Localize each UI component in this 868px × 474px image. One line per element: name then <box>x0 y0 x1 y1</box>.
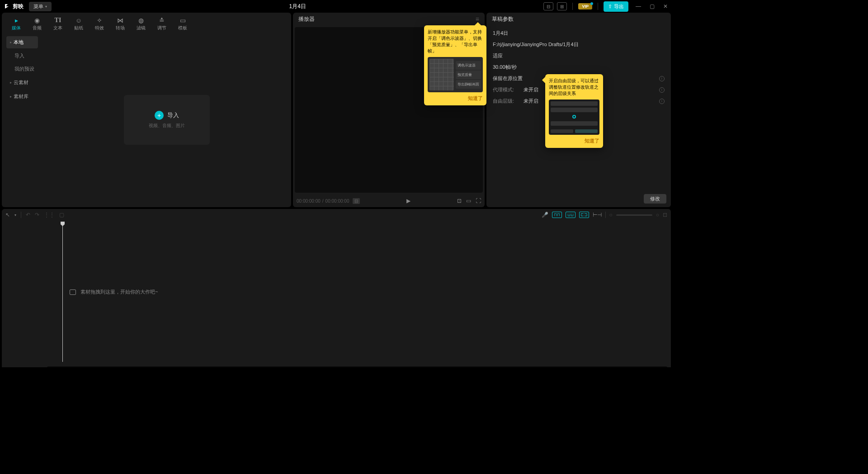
vip-badge[interactable]: VIP <box>578 3 592 9</box>
modify-button[interactable]: 修改 <box>644 194 666 204</box>
preview-menu-item: 导出静帧画面 <box>456 80 481 89</box>
info-icon[interactable]: i <box>659 99 665 104</box>
plus-icon: + <box>155 111 164 120</box>
separator <box>572 3 573 10</box>
magnet-icon-2[interactable]: ⊔⊔ <box>566 212 576 218</box>
split-icon[interactable]: ⋮⋮ <box>44 212 55 218</box>
caret-icon: ▸ <box>10 40 12 44</box>
sidebar-label: 云素材 <box>14 79 28 86</box>
layout-icon-2[interactable]: ⊞ <box>557 2 567 10</box>
sidebar-label: 素材库 <box>14 93 28 100</box>
toolbar-left: ↖ ▾ ↶ ↷ ⋮⋮ ▢ <box>5 212 64 218</box>
minimize-button[interactable]: — <box>635 3 642 10</box>
sidebar-item-import[interactable]: 导入 <box>6 50 38 62</box>
tab-label: 转场 <box>116 25 125 31</box>
main-row: ▸ 媒体 ◉ 音频 TI 文本 ☺ 贴纸 ✧ 特效 ⋈ 转场 <box>0 13 673 207</box>
fullscreen-icon[interactable]: ⛶ <box>476 198 481 204</box>
sidebar-item-library[interactable]: ▸ 素材库 <box>6 90 38 103</box>
timeline-toolbar: ↖ ▾ ↶ ↷ ⋮⋮ ▢ 🎤 ⊓⊓ ⊔⊔ ⊏⊐ ⊢⊣ ○ ○ ⊡ <box>2 209 671 221</box>
import-dropzone[interactable]: + 导入 视频、音频、图片 <box>124 95 210 145</box>
maximize-button[interactable]: ▢ <box>648 3 656 10</box>
preview-btn <box>575 129 598 133</box>
tooltip-ok-button[interactable]: 知道了 <box>428 95 483 102</box>
zoom-in-icon[interactable]: ○ <box>656 212 659 218</box>
time-total: 00:00:00:00 <box>326 199 349 204</box>
timeline-ruler[interactable] <box>2 221 671 227</box>
tab-sticker[interactable]: ☺ 贴纸 <box>69 15 89 33</box>
magnet-icon-3[interactable]: ⊏⊐ <box>579 212 589 218</box>
close-button[interactable]: ✕ <box>662 3 669 10</box>
prop-layer-label: 自由层级: <box>493 98 520 104</box>
toolbar-right: 🎤 ⊓⊓ ⊔⊔ ⊏⊐ ⊢⊣ ○ ○ ⊡ <box>542 212 668 218</box>
properties-title: 草稿参数 <box>492 15 514 23</box>
pointer-tool-icon[interactable]: ↖ <box>5 212 10 218</box>
player-header: 播放器 ≡ <box>293 13 485 25</box>
mic-icon[interactable]: 🎤 <box>542 212 548 218</box>
app-name: 剪映 <box>13 3 24 10</box>
tab-effect[interactable]: ✧ 特效 <box>90 15 109 33</box>
sidebar-item-local[interactable]: ▸ 本地 <box>6 36 38 48</box>
delete-icon[interactable]: ▢ <box>59 212 64 218</box>
layer-feature-tooltip: 开启自由层级，可以通过调整轨道位置修改轨道之间的层级关系 知道了 <box>545 74 603 148</box>
auto-cut-icon[interactable]: ⊢⊣ <box>593 212 602 218</box>
tooltip-preview <box>549 100 599 135</box>
tooltip-text: 开启自由层级，可以通过调整轨道位置修改轨道之间的层级关系 <box>549 78 599 97</box>
timeline[interactable]: 素材拖拽到这里，开始你的大作吧~ <box>2 221 671 367</box>
export-button[interactable]: ⇧ 导出 <box>604 1 628 12</box>
prop-row-ratio: 适应 <box>493 52 665 59</box>
sidebar-item-cloud[interactable]: ▸ 云素材 <box>6 76 38 89</box>
redo-icon[interactable]: ↷ <box>35 212 39 218</box>
player-controls: 00:00:00:00 / 00:00:00:00 ⊟ ▶ ⊡ ▭ ⛶ <box>293 194 485 207</box>
info-icon[interactable]: i <box>659 87 665 93</box>
menu-button[interactable]: 菜单 ▾ <box>29 2 52 11</box>
tab-audio[interactable]: ◉ 音频 <box>27 15 47 33</box>
info-icon[interactable]: i <box>659 76 665 81</box>
tab-label: 贴纸 <box>74 25 83 31</box>
tab-adjust[interactable]: ≛ 调节 <box>152 15 172 33</box>
zoom-slider[interactable] <box>616 214 652 216</box>
tab-text[interactable]: TI 文本 <box>48 15 68 33</box>
tooltip-ok-button[interactable]: 知道了 <box>549 137 599 144</box>
preview-btn <box>551 129 573 133</box>
tab-label: 调节 <box>157 25 166 31</box>
ratio-icon[interactable]: ▭ <box>466 198 471 204</box>
properties-header: 草稿参数 <box>486 13 671 25</box>
magnet-icon-1[interactable]: ⊓⊓ <box>552 212 562 218</box>
prop-path-value: F:/rj/jianying/JianyingPro Drafts/1月4日 <box>493 41 579 48</box>
preview-track <box>551 121 598 126</box>
speed-indicator[interactable]: ⊟ <box>353 198 360 204</box>
undo-icon[interactable]: ↶ <box>26 212 30 218</box>
tab-filter[interactable]: ◍ 滤镜 <box>131 15 151 33</box>
tab-label: 滤镜 <box>137 25 146 31</box>
import-hint: 视频、音频、图片 <box>149 123 185 129</box>
title-bar: 剪映 菜单 ▾ 1月4日 ⊟ ⊞ VIP ⇧ 导出 — ▢ ✕ <box>0 0 673 13</box>
timeline-scrollbar[interactable] <box>47 366 667 367</box>
play-button[interactable]: ▶ <box>406 198 410 204</box>
layout-icon-1[interactable]: ⊟ <box>543 2 553 10</box>
timeline-hint: 素材拖拽到这里，开始你的大作吧~ <box>70 289 158 295</box>
export-label: 导出 <box>614 3 624 10</box>
preview-track <box>551 101 598 106</box>
tab-transition[interactable]: ⋈ 转场 <box>110 15 130 33</box>
tab-label: 媒体 <box>12 25 21 31</box>
prop-row-path: F:/rj/jianying/JianyingPro Drafts/1月4日 <box>493 41 665 48</box>
player-menu-icon[interactable]: ≡ <box>476 15 479 23</box>
properties-panel: 草稿参数 1月4日 F:/rj/jianying/JianyingPro Dra… <box>486 13 671 207</box>
scale-icon[interactable]: ⊡ <box>457 198 462 204</box>
preview-cursor-icon <box>572 115 576 118</box>
zoom-fit-icon[interactable]: ⊡ <box>663 212 667 218</box>
notification-dot-icon <box>590 2 593 5</box>
preview-thumb <box>429 59 454 90</box>
pointer-dropdown-icon[interactable]: ▾ <box>14 213 16 217</box>
player-right-controls: ⊡ ▭ ⛶ <box>457 198 481 204</box>
tab-label: 模板 <box>178 25 187 31</box>
prop-ratio-value: 适应 <box>493 52 503 59</box>
zoom-out-icon[interactable]: ○ <box>609 212 613 218</box>
prop-layer-value: 未开启 <box>524 98 538 104</box>
sidebar-item-preset[interactable]: 我的预设 <box>6 63 38 75</box>
tab-media[interactable]: ▸ 媒体 <box>6 15 26 33</box>
player-panel: 播放器 ≡ 00:00:00:00 / 00:00:00:00 ⊟ ▶ ⊡ ▭ … <box>293 13 485 207</box>
tab-template[interactable]: ▭ 模板 <box>173 15 193 33</box>
media-panel: ▸ 媒体 ◉ 音频 TI 文本 ☺ 贴纸 ✧ 特效 ⋈ 转场 <box>2 13 291 207</box>
tab-label: 特效 <box>95 25 104 31</box>
